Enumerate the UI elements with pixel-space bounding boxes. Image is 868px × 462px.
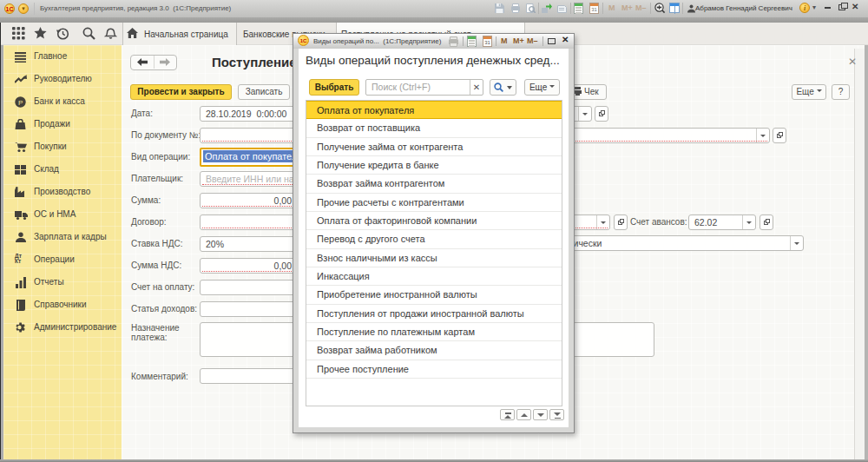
svg-text:P: P <box>18 99 23 107</box>
